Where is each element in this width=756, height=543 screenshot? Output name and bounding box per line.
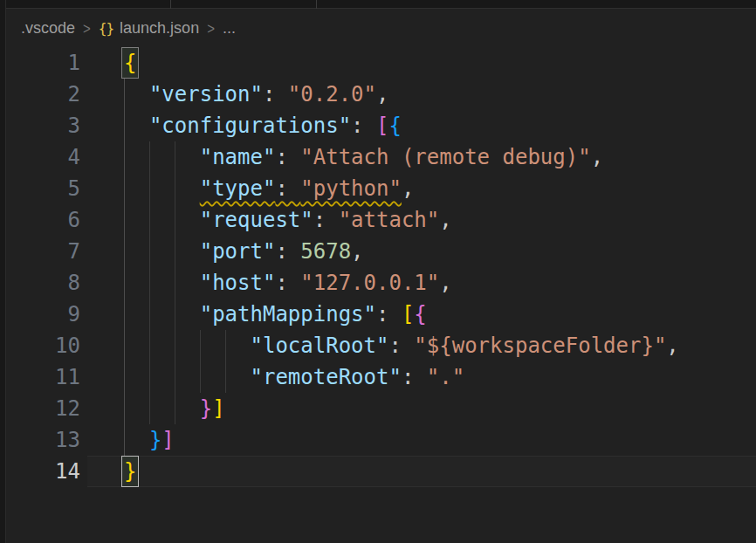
indent <box>124 176 200 201</box>
json-key: "port" <box>200 239 276 264</box>
tab-bar-strip[interactable] <box>0 0 756 9</box>
line-number[interactable]: 4 <box>7 141 80 173</box>
line-number-active[interactable]: 14 <box>7 456 80 487</box>
json-braces-icon: {} <box>99 20 113 37</box>
bracket-close: ] <box>162 428 174 452</box>
editor[interactable]: 1 { 2 "version": "0.2.0", 3 "configurati… <box>7 47 756 543</box>
bracket-close-root: } <box>122 457 138 486</box>
bracket-open-root: { <box>122 48 138 78</box>
indent <box>124 428 149 452</box>
punctuation: , <box>439 271 451 295</box>
line-number[interactable]: 5 <box>7 173 80 204</box>
line-number[interactable]: 10 <box>7 330 80 361</box>
punctuation: : <box>388 333 414 358</box>
code-line[interactable]: 3 "configurations": [{ <box>7 110 756 141</box>
breadcrumb-item-file[interactable]: launch.json <box>120 19 199 38</box>
code-line[interactable]: 7 "port": 5678, <box>7 236 756 267</box>
code-line[interactable]: 12 }] <box>7 393 756 424</box>
punctuation: , <box>591 145 603 169</box>
code-line-active[interactable]: 14 } <box>7 456 756 487</box>
indent <box>124 113 149 138</box>
json-key: "pathMappings" <box>200 302 376 326</box>
chevron-right-icon: > <box>207 19 215 38</box>
json-string: "Attach (remote debug)" <box>300 145 590 169</box>
bracket-close: ] <box>212 396 224 421</box>
json-string: "python" <box>300 176 402 201</box>
punctuation: , <box>402 176 414 201</box>
punctuation: : <box>402 365 427 389</box>
indent <box>124 333 251 358</box>
line-number[interactable]: 9 <box>7 299 80 330</box>
punctuation: : <box>275 145 300 169</box>
breadcrumb-item-folder[interactable]: .vscode <box>21 19 75 38</box>
code-line[interactable]: 9 "pathMappings": [{ <box>7 299 756 330</box>
bracket-open: [ <box>376 113 388 138</box>
brace-open: { <box>388 113 401 138</box>
indent <box>124 396 200 421</box>
punctuation: : <box>263 82 288 107</box>
line-number[interactable]: 8 <box>7 267 80 299</box>
breadcrumb-item-symbol[interactable]: ... <box>223 19 236 38</box>
indent <box>124 365 251 389</box>
json-key: "host" <box>200 271 276 295</box>
punctuation: , <box>666 333 678 358</box>
indent <box>124 302 200 326</box>
punctuation: : <box>275 176 300 201</box>
chevron-right-icon: > <box>83 19 91 38</box>
left-edge-rail <box>0 0 6 543</box>
json-number: 5678 <box>300 239 351 264</box>
punctuation: , <box>376 82 388 107</box>
line-number[interactable]: 7 <box>7 236 80 267</box>
brace-open: { <box>414 302 426 326</box>
json-string: "0.2.0" <box>288 82 376 107</box>
bracket-open: [ <box>402 302 414 326</box>
json-key: "name" <box>200 145 276 169</box>
code-line[interactable]: 4 "name": "Attach (remote debug)", <box>7 141 756 173</box>
code-line[interactable]: 6 "request": "attach", <box>7 204 756 236</box>
indent <box>124 271 200 295</box>
indent <box>124 82 149 107</box>
punctuation: : <box>376 302 402 326</box>
line-number[interactable]: 1 <box>7 47 80 79</box>
json-string: "attach" <box>339 208 440 232</box>
json-key: "configurations" <box>149 113 351 138</box>
line-number[interactable]: 11 <box>7 361 80 393</box>
json-string: "127.0.0.1" <box>300 271 439 295</box>
line-number[interactable]: 13 <box>7 424 80 456</box>
json-key: "localRoot" <box>251 333 389 358</box>
json-key: "request" <box>200 208 313 232</box>
line-number[interactable]: 12 <box>7 393 80 424</box>
code-line[interactable]: 2 "version": "0.2.0", <box>7 79 756 110</box>
json-key: "remoteRoot" <box>251 365 402 389</box>
tab-divider <box>316 0 317 9</box>
json-key: "version" <box>149 82 263 107</box>
json-string: "${workspaceFolder}" <box>414 333 666 358</box>
code-line[interactable]: 11 "remoteRoot": "." <box>7 361 756 393</box>
punctuation: : <box>275 239 300 264</box>
punctuation: , <box>351 239 363 264</box>
brace-close: } <box>149 428 162 452</box>
code-line[interactable]: 13 }] <box>7 424 756 456</box>
breadcrumb: .vscode > {} launch.json > ... <box>7 10 756 47</box>
line-number[interactable]: 3 <box>7 110 80 141</box>
punctuation: : <box>275 271 300 295</box>
json-key: "type" <box>200 176 276 201</box>
punctuation: : <box>313 208 339 232</box>
code-line[interactable]: 10 "localRoot": "${workspaceFolder}", <box>7 330 756 361</box>
punctuation: : <box>351 113 376 138</box>
code-line[interactable]: 1 { <box>7 47 756 79</box>
brace-close: } <box>200 396 212 421</box>
indent <box>124 239 200 264</box>
code-line[interactable]: 5 "type": "python", <box>7 173 756 204</box>
warning-underline: "type": "python" <box>200 176 402 201</box>
indent <box>124 208 200 232</box>
json-string: "." <box>427 365 464 389</box>
indent <box>124 145 200 169</box>
code-line[interactable]: 8 "host": "127.0.0.1", <box>7 267 756 299</box>
line-number[interactable]: 2 <box>7 79 80 110</box>
punctuation: , <box>439 208 451 232</box>
tab-divider <box>170 0 171 9</box>
line-number[interactable]: 6 <box>7 204 80 236</box>
